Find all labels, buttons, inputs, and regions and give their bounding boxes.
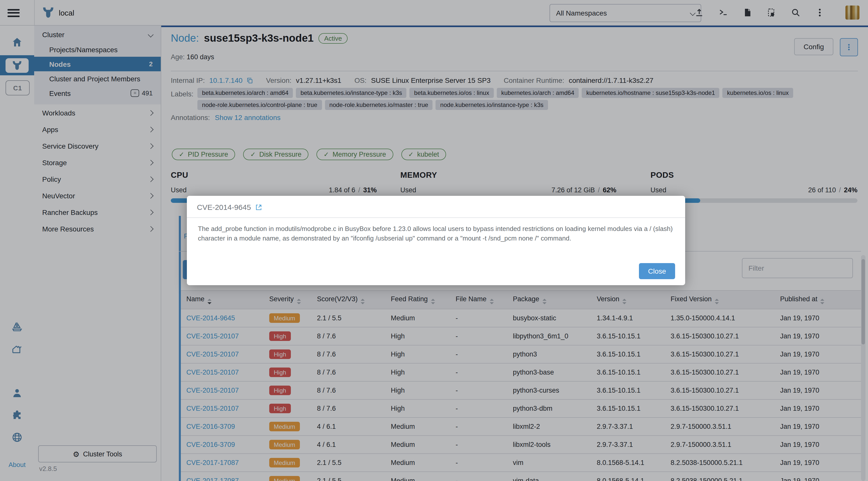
modal-title: CVE-2014-9645 [197,203,251,212]
modal-body-text: The add_probe function in modutils/modpr… [187,218,685,243]
rancher-app: local All Namespaces C1 [0,0,868,481]
external-link-icon[interactable] [255,203,262,211]
close-button[interactable]: Close [639,263,675,279]
cve-detail-modal: CVE-2014-9645 The add_probe function in … [187,196,685,285]
